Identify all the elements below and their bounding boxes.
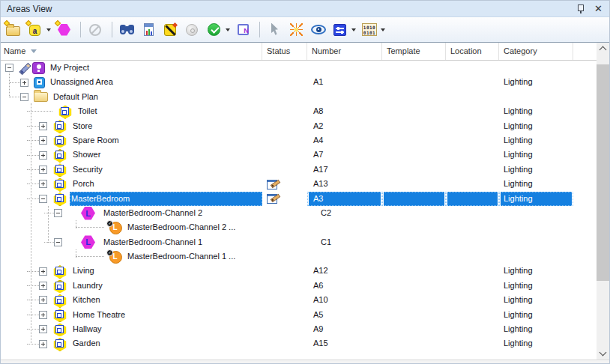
dropdown-arrow-icon[interactable]	[46, 28, 51, 31]
collapse-icon[interactable]	[5, 64, 13, 72]
tree-row-label[interactable]: Unassigned Area	[49, 75, 115, 89]
tree-row-masterbedroom-channel-1[interactable]: LMasterBedroom-Channel 1C1	[1, 235, 597, 249]
find-button[interactable]	[119, 22, 136, 38]
tree-row-label[interactable]: Hallway	[71, 322, 103, 336]
new-channel-button[interactable]	[56, 22, 73, 38]
tree-row-label[interactable]: MasterBedroom-Channel 2 ...	[126, 220, 237, 234]
tree-row-label[interactable]: Default Plan	[52, 90, 100, 104]
tree-row-laundry[interactable]: LaundryA6Lighting	[1, 279, 597, 293]
expand-icon[interactable]	[20, 79, 28, 87]
dropdown-arrow-icon[interactable]	[381, 28, 385, 31]
new-folder-button[interactable]	[5, 22, 22, 38]
cell-number: A1	[307, 75, 382, 89]
tree-row-label[interactable]: Living	[71, 264, 96, 278]
dropdown-arrow-icon[interactable]	[351, 28, 356, 31]
dropdown-arrow-icon[interactable]	[226, 28, 230, 31]
column-header-name[interactable]: Name	[1, 43, 262, 60]
confirm-button[interactable]	[206, 22, 231, 38]
new-area-button[interactable]: a	[27, 22, 52, 38]
column-header-template[interactable]: Template	[382, 43, 446, 60]
load-icon: L	[106, 221, 122, 234]
tree-row-label[interactable]: Porch	[71, 177, 96, 191]
tree-row-label[interactable]: MasterBedroom	[70, 192, 262, 206]
expand-icon[interactable]	[39, 166, 47, 174]
tree-row-label[interactable]: Spare Room	[71, 133, 121, 148]
tree-row-label[interactable]: Toilet	[76, 104, 99, 118]
close-icon[interactable]	[594, 4, 603, 14]
column-header-location[interactable]: Location	[446, 43, 499, 60]
tree-row-spare-room[interactable]: Spare RoomA4Lighting	[1, 133, 597, 148]
expand-icon[interactable]	[39, 267, 47, 276]
burst-button[interactable]	[289, 22, 306, 38]
tree-row-label[interactable]: Shower	[71, 148, 102, 162]
collapse-icon[interactable]	[39, 195, 47, 203]
cell-number: A10	[307, 293, 382, 307]
expand-icon[interactable]	[39, 296, 47, 304]
tree-row-kitchen[interactable]: KitchenA10Lighting	[1, 293, 597, 307]
column-header-category[interactable]: Category	[499, 43, 573, 60]
scroll-down-icon[interactable]	[597, 347, 609, 360]
tree-row-living[interactable]: LivingA12Lighting	[1, 264, 597, 278]
expand-icon[interactable]	[39, 136, 47, 145]
tree-row-label[interactable]: Kitchen	[71, 293, 102, 307]
scrollbar-thumb[interactable]	[597, 64, 609, 281]
tree-row-label[interactable]: MasterBedroom-Channel 2	[102, 206, 204, 220]
hide-tag-button[interactable]	[163, 22, 180, 38]
tree-row-hallway[interactable]: HallwayA9Lighting	[1, 322, 597, 336]
preview-button[interactable]	[310, 22, 327, 38]
tree-row-toilet[interactable]: ToiletA8Lighting	[1, 104, 597, 118]
tree-connector	[27, 198, 39, 199]
tree-row-store[interactable]: StoreA2Lighting	[1, 119, 597, 133]
expand-icon[interactable]	[39, 151, 47, 160]
expand-icon[interactable]	[39, 122, 47, 130]
column-header-label: Template	[387, 43, 420, 60]
expand-icon[interactable]	[39, 180, 47, 188]
pin-icon[interactable]	[577, 4, 584, 14]
tree-row-default-plan[interactable]: Default Plan	[1, 90, 597, 104]
cell-location	[446, 192, 499, 206]
tree-row-label[interactable]: Security	[71, 163, 104, 177]
binary-format-button[interactable]: 10100101	[361, 22, 386, 38]
column-header-number[interactable]: Number	[307, 43, 382, 60]
slash-icon	[88, 22, 104, 37]
expand-icon[interactable]	[39, 282, 47, 290]
expand-icon[interactable]	[39, 311, 47, 319]
tree-row-masterbedroom-channel-2[interactable]: LMasterBedroom-Channel 2C2	[1, 206, 597, 220]
tree-row-unassigned-area[interactable]: Unassigned AreaA1Lighting	[1, 75, 597, 89]
tree-row-masterbedroom[interactable]: MasterBedroomA3Lighting	[1, 192, 597, 206]
collapse-icon[interactable]	[54, 209, 62, 217]
tree-connector	[27, 183, 39, 184]
tree-row-garden[interactable]: GardenA15Lighting	[1, 336, 597, 351]
column-header-status[interactable]: Status	[262, 43, 307, 60]
expand-icon[interactable]	[39, 340, 47, 348]
tree-row-shower[interactable]: ShowerA7Lighting	[1, 148, 597, 162]
cell-category	[499, 220, 573, 234]
report-button[interactable]	[141, 22, 158, 38]
tree-row-masterbedroom-channel-2[interactable]: LMasterBedroom-Channel 2 ...	[1, 220, 597, 234]
tree-row-label[interactable]: Garden	[71, 336, 102, 351]
tree-row-label[interactable]: MasterBedroom-Channel 1 ...	[126, 249, 237, 264]
cell-status	[262, 206, 307, 220]
tree-row-label[interactable]: Laundry	[71, 279, 104, 293]
levels-button[interactable]	[332, 22, 357, 38]
show-numbers-button[interactable]: N	[235, 22, 253, 38]
cell-template	[382, 163, 446, 177]
tree-row-security[interactable]: SecurityA17Lighting	[1, 163, 597, 177]
vertical-scrollbar[interactable]	[597, 43, 609, 360]
tree-row-my-project[interactable]: My Project	[1, 61, 597, 75]
tree-connector	[27, 140, 39, 141]
tree-row-porch[interactable]: PorchA13Lighting	[1, 177, 597, 191]
tree-row-label[interactable]: My Project	[49, 61, 91, 75]
cell-template	[382, 75, 446, 89]
tree-row-label[interactable]: Store	[71, 119, 94, 133]
expand-icon[interactable]	[39, 325, 47, 333]
collapse-icon[interactable]	[54, 238, 62, 246]
tree-row-label[interactable]: Home Theatre	[71, 308, 127, 322]
tree-row-label[interactable]: MasterBedroom-Channel 1	[102, 235, 204, 249]
tree-row-masterbedroom-channel-1[interactable]: LMasterBedroom-Channel 1 ...	[1, 249, 597, 264]
cell-template	[382, 235, 446, 249]
collapse-icon[interactable]	[20, 93, 28, 101]
unassigned-icon	[34, 77, 45, 88]
scroll-up-icon[interactable]	[597, 43, 609, 55]
tree-row-home-theatre[interactable]: Home TheatreA5Lighting	[1, 308, 597, 322]
